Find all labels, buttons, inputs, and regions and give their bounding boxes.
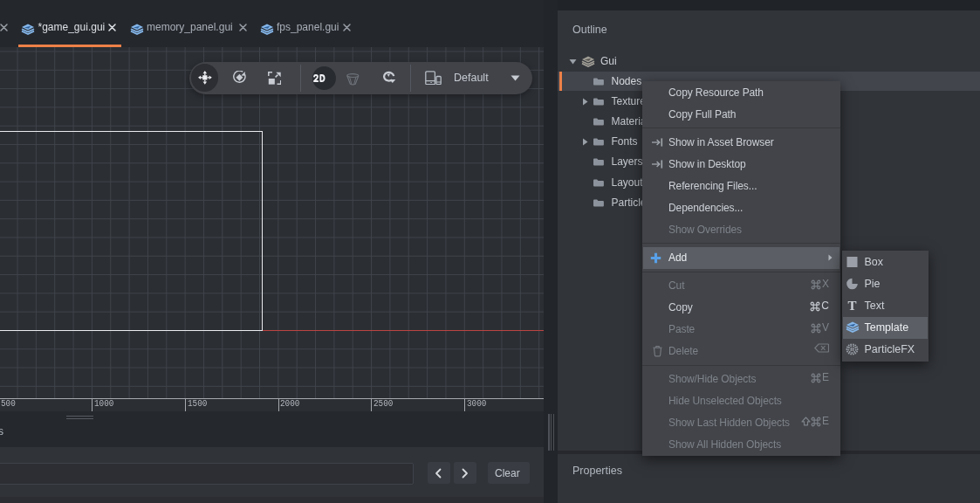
svg-text:T: T (847, 300, 856, 312)
